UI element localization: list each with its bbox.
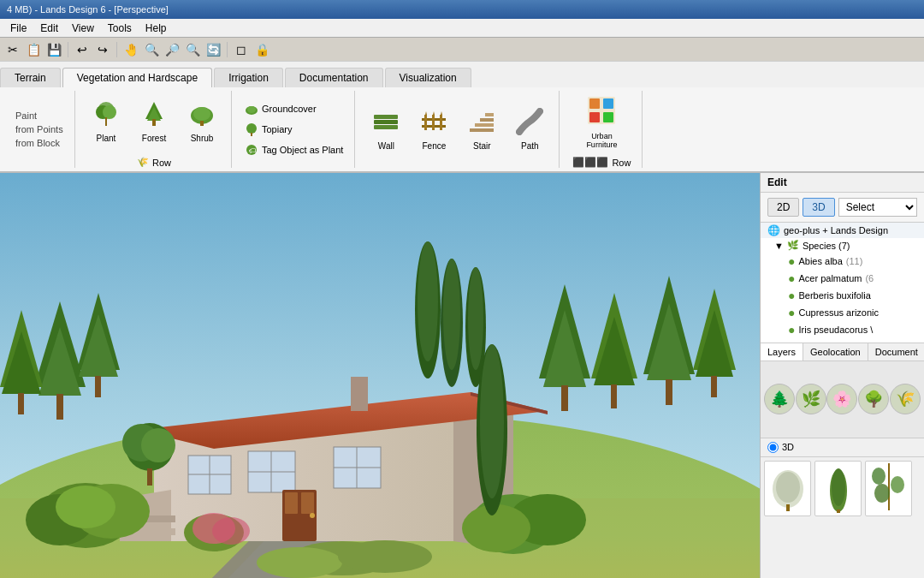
pan-icon[interactable]: 🤚 [121,40,140,59]
ribbon-paint[interactable]: Paint [14,110,68,122]
tab-visualization[interactable]: Visualization [385,68,471,87]
ribbon-extras-group: Groundcover Topiary 🏷 Tag Object as Plan… [234,91,355,168]
ribbon-stair-button[interactable]: Stair [459,100,504,158]
select-box-icon[interactable]: ◻ [232,40,251,59]
redo-icon[interactable]: ↪ [93,40,112,59]
svg-rect-32 [589,98,600,109]
view-2d-button[interactable]: 2D [767,198,799,217]
select-dropdown[interactable]: Select [838,198,917,217]
thumb-plant-1[interactable]: 🌲 [764,384,795,414]
rotate-icon[interactable]: 🔄 [204,40,222,59]
svg-rect-67 [711,376,717,397]
ribbon-forest-button[interactable]: Forest [132,92,176,151]
ribbon-urban-furniture-button[interactable]: UrbanFurniture [574,92,629,151]
save-icon[interactable]: 💾 [44,40,63,59]
ribbon-path-button[interactable]: Path [507,100,552,158]
ribbon-row-button[interactable]: 🌾 Row [133,154,175,170]
zoom-out-icon[interactable]: 🔎 [163,40,181,59]
thumb-3d-2[interactable] [814,461,862,516]
copy-icon[interactable]: 📋 [24,40,43,59]
tab-irrigation[interactable]: Irrigation [214,68,283,87]
menubar: File Edit View Tools Help [0,19,924,38]
svg-rect-72 [351,377,368,411]
ribbon-from-block[interactable]: from Block [14,137,68,149]
edit-header: Edit [761,173,924,193]
svg-rect-84 [301,492,314,514]
species-dot-icon: ● [788,323,795,337]
toolbar-strip: ✂ 📋 💾 ↩ ↪ 🤚 🔍 🔎 🔍 🔄 ◻ 🔒 [0,38,924,62]
menu-view[interactable]: View [65,21,101,36]
ribbon-row2-button[interactable]: ⬛⬛⬛ Row [568,154,635,170]
topiary-icon [245,122,258,136]
thumb-3d-3[interactable] [865,461,912,516]
lock-icon[interactable]: 🔒 [252,40,271,59]
tree-species-2[interactable]: ● Berberis buxifolia [761,287,924,304]
svg-rect-58 [561,385,568,411]
tab-documentation[interactable]: Documentation [285,68,383,87]
menu-file[interactable]: File [3,21,33,36]
forest-label: Forest [142,134,166,143]
wall-label: Wall [378,141,394,151]
tree-species-1[interactable]: ● Acer palmatum (6 [761,270,924,287]
zoom-in-icon[interactable]: 🔍 [142,40,161,59]
menu-help[interactable]: Help [139,21,174,36]
ribbon-wall-button[interactable]: Wall [364,100,408,158]
separator1 [68,42,68,57]
svg-rect-21 [424,115,427,130]
btab-layers[interactable]: Layers [761,343,803,361]
btab-geolocation[interactable]: Geolocation [803,343,868,361]
ribbon-from-points[interactable]: from Points [14,123,68,135]
tree-species-4[interactable]: ● Iris pseudacorus \ [761,321,924,338]
shrub-label: Shrub [191,134,214,143]
svg-point-55 [468,267,483,370]
tree-root[interactable]: 🌐 geo-plus + Lands Design [761,223,924,238]
view-controls: 2D 3D Select [761,193,924,223]
svg-rect-17 [374,120,398,124]
tree-species[interactable]: ▼ 🌿 Species (7) [761,238,924,253]
ribbon-shrub-button[interactable]: Shrub [180,92,224,151]
radio-3d-input[interactable] [767,442,779,453]
svg-point-12 [246,123,257,134]
radio-3d-section: 3D [761,438,924,457]
thumb-plant-3[interactable]: 🌸 [826,384,857,414]
cut-icon[interactable]: ✂ [3,40,22,59]
ribbon-tag-plant-button[interactable]: 🏷 Tag Object as Plant [240,140,347,159]
svg-rect-9 [200,121,204,126]
thumb-plant-5[interactable]: 🌾 [890,384,921,414]
svg-rect-18 [374,125,398,129]
fence-label: Fence [422,141,446,151]
ribbon-plant-button[interactable]: Plant [84,92,128,151]
btab-document[interactable]: Document [868,343,924,361]
view-3d-button[interactable]: 3D [803,198,834,217]
svg-point-115 [872,468,886,485]
tree-species-3[interactable]: ● Cupressus arizonic [761,304,924,321]
svg-rect-33 [603,98,613,109]
thumb-3d-1[interactable] [764,461,811,516]
tab-vegetation[interactable]: Vegetation and Hardscape [62,68,212,87]
stair-icon [468,108,495,140]
viewport[interactable] [0,173,760,578]
svg-point-51 [418,241,438,361]
species-dot-icon: ● [788,254,795,268]
path-label: Path [521,141,539,151]
ribbon-groundcover-button[interactable]: Groundcover [240,99,347,118]
svg-point-112 [832,468,845,506]
svg-rect-3 [105,117,107,126]
thumb-plant-2[interactable]: 🌿 [796,384,826,414]
ribbon-fence-button[interactable]: Fence [412,100,456,158]
urban-furniture-icon [586,95,617,130]
svg-rect-43 [56,394,63,420]
ribbon-topiary-button[interactable]: Topiary [240,120,347,139]
ribbon-furniture-group: UrbanFurniture ⬛⬛⬛ Row [561,91,643,168]
plant-thumbs: 🌲 🌿 🌸 🌳 🌾 [761,361,924,438]
zoom-fit-icon[interactable]: 🔍 [183,40,202,59]
svg-rect-6 [152,119,156,126]
undo-icon[interactable]: ↩ [73,40,92,59]
menu-tools[interactable]: Tools [101,21,139,36]
menu-edit[interactable]: Edit [33,21,65,36]
radio-3d-label: 3D [782,442,794,452]
thumb-plant-4[interactable]: 🌳 [858,384,889,414]
tree-species-0[interactable]: ● Abies alba (11) [761,253,924,270]
svg-point-2 [103,105,116,119]
tab-terrain[interactable]: Terrain [0,68,61,87]
